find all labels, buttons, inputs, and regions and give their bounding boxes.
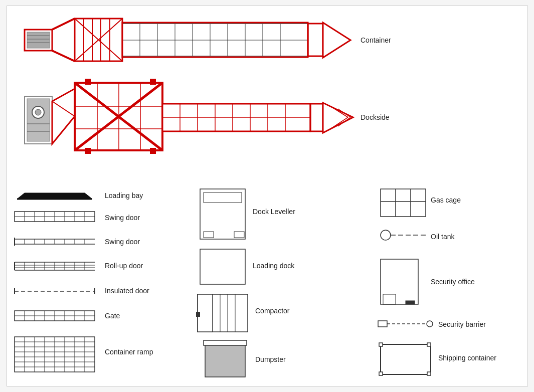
svg-line-5 xyxy=(52,19,75,30)
svg-text:Loading bay: Loading bay xyxy=(105,191,143,200)
svg-text:Swing door: Swing door xyxy=(105,214,140,222)
svg-marker-35 xyxy=(52,89,75,144)
svg-point-155 xyxy=(381,230,391,240)
svg-text:Roll-up door: Roll-up door xyxy=(105,262,143,270)
svg-rect-138 xyxy=(200,249,245,284)
svg-text:Security barrier: Security barrier xyxy=(438,320,486,328)
svg-rect-167 xyxy=(379,343,383,346)
svg-point-32 xyxy=(35,109,41,115)
svg-rect-166 xyxy=(381,344,431,374)
svg-rect-147 xyxy=(205,342,245,377)
legend-col2: Dock Leveller Loading dock Compactor xyxy=(193,184,333,382)
svg-rect-48 xyxy=(85,148,91,154)
legend-col1: Loading bay Swing door xyxy=(10,184,180,382)
svg-rect-168 xyxy=(427,343,431,346)
svg-rect-49 xyxy=(150,148,156,154)
svg-marker-60 xyxy=(323,103,353,133)
svg-text:Shipping container: Shipping container xyxy=(438,354,496,362)
svg-rect-1 xyxy=(27,32,50,48)
svg-text:Container ramp: Container ramp xyxy=(105,348,153,356)
svg-text:Dockside crane: Dockside crane xyxy=(361,113,391,121)
svg-text:Security office: Security office xyxy=(431,278,475,286)
svg-text:Gate: Gate xyxy=(105,312,120,320)
svg-text:Container crane: Container crane xyxy=(361,36,391,44)
svg-text:Oil tank: Oil tank xyxy=(431,233,455,241)
svg-rect-30 xyxy=(27,99,50,141)
svg-line-6 xyxy=(52,51,75,61)
svg-rect-26 xyxy=(308,24,323,56)
svg-rect-135 xyxy=(204,232,214,238)
svg-text:Dumpster: Dumpster xyxy=(255,355,286,363)
svg-text:Swing door: Swing door xyxy=(105,238,140,246)
svg-point-164 xyxy=(427,321,433,327)
svg-rect-150 xyxy=(381,189,426,217)
legend-col3: Gas cage Oil tank Security office xyxy=(373,184,513,382)
svg-rect-59 xyxy=(310,104,323,131)
svg-text:Gas cage: Gas cage xyxy=(431,196,461,204)
svg-rect-134 xyxy=(204,192,242,203)
main-container: Container crane xyxy=(7,6,528,386)
svg-rect-145 xyxy=(196,312,200,317)
svg-rect-136 xyxy=(234,232,244,238)
svg-rect-46 xyxy=(85,79,91,85)
crane-diagrams: Container crane xyxy=(10,9,391,181)
svg-rect-160 xyxy=(406,301,415,304)
svg-rect-47 xyxy=(150,79,156,85)
svg-text:Compactor: Compactor xyxy=(255,307,290,315)
svg-rect-169 xyxy=(379,372,383,375)
svg-rect-170 xyxy=(427,372,431,375)
svg-rect-162 xyxy=(378,321,387,327)
svg-rect-148 xyxy=(204,340,247,345)
svg-marker-27 xyxy=(323,23,350,58)
svg-text:Dock Leveller: Dock Leveller xyxy=(253,208,295,216)
svg-text:Loading dock: Loading dock xyxy=(253,262,295,270)
svg-marker-66 xyxy=(17,193,92,199)
svg-text:Insulated door: Insulated door xyxy=(105,287,149,295)
svg-rect-159 xyxy=(383,294,396,304)
